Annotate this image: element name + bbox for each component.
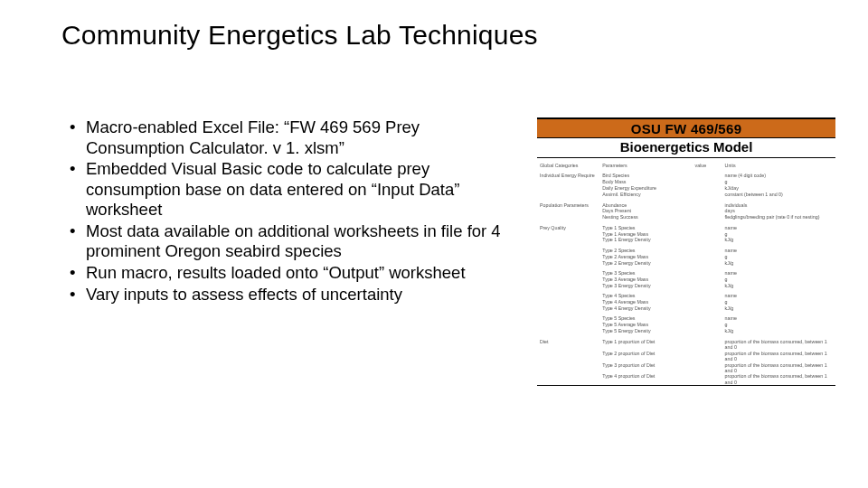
figure-cell <box>537 311 599 321</box>
figure-cell: proportion of the biomass consumed, betw… <box>722 373 835 385</box>
figure-cell: name (4 digit code) <box>722 168 835 178</box>
figure-cell: proportion of the biomass consumed, betw… <box>722 361 835 373</box>
figure-cell <box>693 214 722 221</box>
figure-cell <box>537 299 599 305</box>
figure-cell <box>693 288 722 298</box>
figure-cell: name <box>722 221 835 230</box>
figure-row: Type 5 Energy DensitykJ/g <box>537 328 835 334</box>
figure-row: Type 3 Average Massg <box>537 277 835 283</box>
figure-row: Type 2 Energy DensitykJ/g <box>537 259 835 266</box>
figure-cell <box>537 214 599 221</box>
figure-row: Population ParametersAbundanceindividual… <box>537 198 835 208</box>
figure-cell <box>537 373 599 385</box>
figure-cell: kJ/g <box>722 328 835 334</box>
figure-cell <box>693 259 722 266</box>
figure-cell: kJ/g <box>722 305 835 312</box>
figure-cell <box>693 208 722 214</box>
figure-cell <box>693 168 722 178</box>
figure-cell <box>693 237 722 243</box>
figure-cell: Type 1 Species <box>599 221 692 230</box>
bullet-list: Macro-enabled Excel File: “FW 469 569 Pr… <box>68 117 502 305</box>
figure-row: Type 2 proportion of Dietproportion of t… <box>537 350 835 361</box>
figure-cell <box>537 237 599 243</box>
figure-cell <box>693 328 722 334</box>
figure-cell <box>537 208 599 214</box>
figure-cell: Type 2 Average Mass <box>599 253 692 259</box>
slide-title: Community Energetics Lab Techniques <box>61 20 538 51</box>
figure-cell <box>693 311 722 321</box>
figure-cell: Individual Energy Require <box>537 168 599 178</box>
figure-cell <box>693 299 722 305</box>
figure-cell <box>537 288 599 298</box>
figure-table: Global CategoriesParametersvalueUnitsInd… <box>537 158 835 385</box>
figure-row: Type 4 proportion of Dietproportion of t… <box>537 373 835 385</box>
figure-cell: Type 4 proportion of Diet <box>599 373 692 385</box>
figure-cell: g <box>722 277 835 283</box>
figure-cell <box>693 334 722 351</box>
figure-cell <box>693 277 722 283</box>
figure-subtitle: Bioenergetics Model <box>537 138 835 158</box>
figure-cell: Type 5 Average Mass <box>599 322 692 328</box>
figure-cell: Type 2 Energy Density <box>599 259 692 266</box>
figure-cell <box>537 192 599 198</box>
figure-cell <box>537 230 599 237</box>
figure-cell <box>537 350 599 361</box>
figure-row: Prey QualityType 1 Speciesname <box>537 221 835 230</box>
figure-row: Nesting Successfledglings/breeding pair … <box>537 214 835 221</box>
figure-cell <box>693 253 722 259</box>
figure-cell <box>693 230 722 237</box>
figure-cell <box>693 192 722 198</box>
figure-cell <box>693 282 722 288</box>
figure-cell: Type 4 Average Mass <box>599 299 692 305</box>
figure-cell: g <box>722 299 835 305</box>
bullet-item: Run macro, results loaded onto “Output” … <box>68 263 502 284</box>
figure-cell: constant (between 1 and 0) <box>722 192 835 198</box>
bullet-item: Macro-enabled Excel File: “FW 469 569 Pr… <box>68 117 502 158</box>
bullet-item: Vary inputs to assess effects of uncerta… <box>68 285 502 305</box>
figure-cell: kJ/day <box>722 185 835 192</box>
slide-body: Macro-enabled Excel File: “FW 469 569 Pr… <box>68 117 502 305</box>
figure-cell: g <box>722 179 835 185</box>
figure-row: Type 4 Average Massg <box>537 299 835 305</box>
figure-row: Type 2 Average Massg <box>537 253 835 259</box>
figure-cell: Type 3 proportion of Diet <box>599 361 692 373</box>
figure-row: Type 4 Speciesname <box>537 288 835 298</box>
figure-cell: name <box>722 266 835 276</box>
bullet-item: Most data available on additional worksh… <box>68 221 502 262</box>
figure-row: Type 3 Speciesname <box>537 266 835 276</box>
figure-cell <box>693 305 722 312</box>
bullet-item: Embedded Visual Basic code to calculate … <box>68 159 502 221</box>
figure-row: Days Presentdays <box>537 208 835 214</box>
figure-row: Type 5 Average Massg <box>537 322 835 328</box>
figure-cell: kJ/g <box>722 259 835 266</box>
figure-cell <box>693 179 722 185</box>
figure-cell: Parameters <box>599 158 692 168</box>
figure-cell <box>537 305 599 312</box>
figure-cell: Bird Species <box>599 168 692 178</box>
figure-row: Type 5 Speciesname <box>537 311 835 321</box>
figure-row: DietType 1 proportion of Dietproportion … <box>537 334 835 351</box>
figure-cell: individuals <box>722 198 835 208</box>
figure-row: Type 1 Energy DensitykJ/g <box>537 237 835 243</box>
figure-cell: Type 5 Species <box>599 311 692 321</box>
figure-cell: Type 2 proportion of Diet <box>599 350 692 361</box>
figure-cell: Abundance <box>599 198 692 208</box>
figure-cell <box>537 179 599 185</box>
figure-cell <box>693 322 722 328</box>
figure-cell <box>693 266 722 276</box>
figure-cell: Daily Energy Expenditure <box>599 185 692 192</box>
figure-cell: g <box>722 230 835 237</box>
figure-cell: proportion of the biomass consumed, betw… <box>722 334 835 351</box>
figure-cell <box>537 243 599 253</box>
figure-cell <box>693 221 722 230</box>
figure-cell <box>537 253 599 259</box>
figure-cell <box>537 361 599 373</box>
figure-cell: Type 3 Average Mass <box>599 277 692 283</box>
figure-row: Type 3 proportion of Dietproportion of t… <box>537 361 835 373</box>
figure-cell: Body Mass <box>599 179 692 185</box>
figure-cell: Prey Quality <box>537 221 599 230</box>
figure-cell: proportion of the biomass consumed, betw… <box>722 350 835 361</box>
figure-row: Individual Energy RequireBird Speciesnam… <box>537 168 835 178</box>
figure-row: Type 2 Speciesname <box>537 243 835 253</box>
figure-cell: kJ/g <box>722 282 835 288</box>
